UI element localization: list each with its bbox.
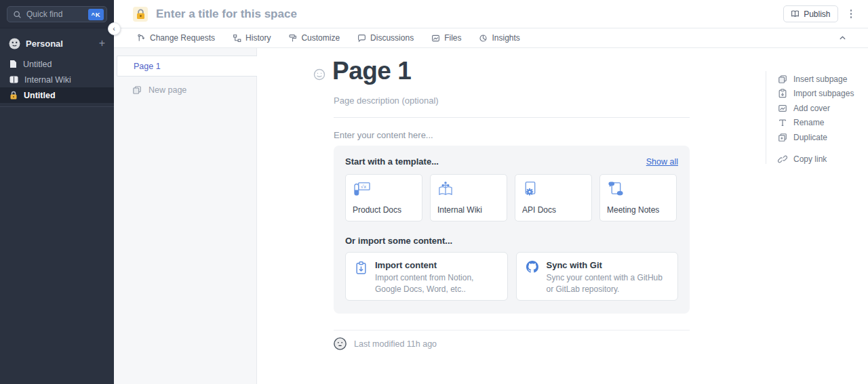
page-editor: Page 1 Page description (optional) Enter…: [258, 48, 868, 384]
show-all-link[interactable]: Show all: [646, 157, 678, 167]
new-page-button[interactable]: New page: [114, 85, 256, 95]
product-docs-icon: √x: [353, 181, 415, 196]
sync-with-git-title: Sync with Git: [547, 260, 669, 270]
sidebar-item-untitled-2[interactable]: Untitled: [0, 87, 114, 103]
tab-label: Files: [444, 33, 461, 43]
sidebar-item-untitled-1[interactable]: Untitled: [0, 56, 114, 72]
sidebar-item-internal-wiki[interactable]: Internal Wiki: [0, 72, 114, 87]
template-card-label: API Docs: [522, 205, 585, 215]
tab-label: Customize: [301, 33, 340, 43]
rename-button[interactable]: Rename: [778, 119, 854, 127]
tab-label: History: [245, 33, 271, 43]
space-title-input[interactable]: [156, 7, 441, 21]
template-card-internal-wiki[interactable]: Internal Wiki: [430, 174, 507, 221]
publish-button[interactable]: Publish: [783, 5, 837, 22]
github-icon: [526, 261, 538, 293]
search-icon: [13, 10, 22, 19]
actions-divider: [766, 71, 766, 164]
new-page-label: New page: [149, 85, 186, 95]
copy-link-button[interactable]: Copy link: [778, 155, 854, 164]
svg-text:√x: √x: [361, 184, 366, 190]
discussions-icon: [357, 34, 366, 43]
import-subpages-button[interactable]: Import subpages: [778, 89, 854, 98]
template-card-meeting-notes[interactable]: Meeting Notes: [599, 174, 677, 221]
action-label: Add cover: [793, 104, 830, 113]
import-content-description: Import content from Notion, Google Docs,…: [375, 272, 498, 295]
app-window: Quick find ^K Personal +: [0, 0, 868, 384]
quick-find-label: Quick find: [26, 9, 62, 19]
import-subpages-icon: [778, 89, 787, 98]
header-kebab-menu-icon[interactable]: [848, 7, 855, 21]
space-lock-icon[interactable]: [133, 7, 148, 22]
add-cover-button[interactable]: Add cover: [778, 104, 854, 112]
workspace-row[interactable]: Personal +: [0, 35, 114, 51]
add-cover-icon: [778, 104, 787, 113]
tab-label: Discussions: [370, 33, 414, 43]
copy-link-icon: [778, 154, 787, 164]
title-divider: [334, 117, 690, 118]
pages-icon: [132, 85, 142, 95]
workspace-name: Personal: [26, 39, 63, 49]
import-content-card[interactable]: Import content Import content from Notio…: [345, 252, 508, 301]
modifier-avatar: [334, 337, 347, 350]
sidebar-collapse-button[interactable]: ‹: [108, 22, 121, 35]
template-card-product-docs[interactable]: √x Product Docs: [345, 174, 422, 221]
space-tabbar: Change Requests History Customize: [114, 28, 868, 48]
page-actions-menu: Insert subpage Import subpages: [778, 74, 854, 169]
duplicate-icon: [778, 133, 787, 142]
action-label: Insert subpage: [793, 74, 847, 84]
template-card-label: Product Docs: [353, 205, 415, 215]
internal-wiki-icon: [437, 181, 500, 196]
quick-find-shortcut: ^K: [88, 9, 104, 20]
sidebar-divider: [0, 106, 114, 107]
tab-discussions[interactable]: Discussions: [357, 33, 414, 43]
chevron-left-icon: ‹: [113, 24, 115, 33]
space-header: Publish: [114, 0, 868, 28]
quick-find-button[interactable]: Quick find ^K: [7, 6, 107, 22]
tab-files[interactable]: Files: [431, 33, 461, 43]
import-clipboard-icon: [355, 261, 367, 293]
tab-customize[interactable]: Customize: [288, 33, 340, 43]
meeting-notes-icon: [607, 181, 669, 196]
tabbar-collapse-chevron-up-icon[interactable]: [839, 35, 846, 42]
publish-label: Publish: [804, 9, 830, 19]
tab-insights[interactable]: Insights: [479, 33, 519, 43]
template-panel: Start with a template... Show all √x Pro…: [334, 146, 690, 314]
action-label: Rename: [793, 118, 824, 127]
import-content-title: Import content: [375, 260, 498, 270]
insert-subpage-icon: [778, 74, 787, 84]
add-space-button[interactable]: +: [99, 38, 105, 49]
lock-icon: [9, 91, 18, 100]
sync-with-git-description: Sync your content with a GitHub or GitLa…: [547, 272, 669, 295]
page-emoji-smiley-icon[interactable]: [313, 68, 326, 83]
search-row: Quick find ^K: [0, 0, 114, 28]
rename-icon: [778, 118, 787, 127]
page-description-placeholder[interactable]: Page description (optional): [334, 95, 439, 106]
page-title[interactable]: Page 1: [332, 57, 411, 85]
sidebar-item-label: Untitled: [23, 60, 52, 69]
sidebar-item-label: Untitled: [24, 91, 56, 100]
change-requests-icon: [137, 34, 146, 43]
action-label: Duplicate: [793, 133, 827, 142]
import-heading: Or import some content...: [345, 236, 678, 246]
files-icon: [431, 34, 440, 43]
footer-divider: [334, 330, 690, 330]
sidebar-item-label: Internal Wiki: [24, 75, 71, 85]
customize-icon: [288, 34, 297, 43]
content-placeholder[interactable]: Enter your content here...: [334, 130, 433, 140]
template-card-api-docs[interactable]: API Docs: [515, 174, 592, 221]
publish-icon: [791, 9, 800, 18]
page-list-panel: Page 1 New page: [114, 48, 257, 384]
insert-subpage-button[interactable]: Insert subpage: [778, 74, 854, 83]
tab-label: Change Requests: [150, 33, 215, 43]
tab-history[interactable]: History: [233, 33, 271, 43]
document-icon: [9, 60, 17, 68]
duplicate-button[interactable]: Duplicate: [778, 133, 854, 142]
sync-with-git-card[interactable]: Sync with Git Sync your content with a G…: [516, 252, 679, 301]
template-card-label: Internal Wiki: [437, 205, 500, 215]
last-modified-row: Last modified 11h ago: [334, 337, 437, 350]
last-modified-text: Last modified 11h ago: [354, 339, 437, 349]
page-list-item-page-1[interactable]: Page 1: [117, 56, 257, 77]
action-label: Copy link: [793, 154, 827, 164]
tab-change-requests[interactable]: Change Requests: [137, 33, 215, 43]
